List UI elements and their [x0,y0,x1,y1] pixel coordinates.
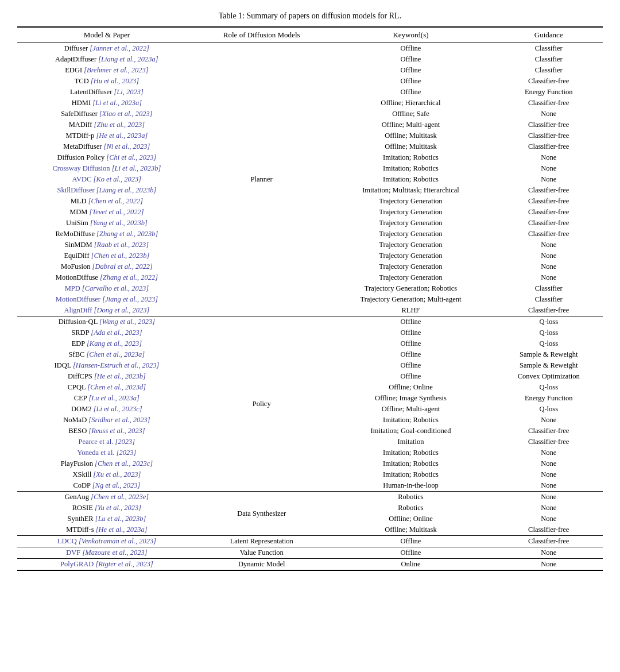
guidance-cell: None [494,547,603,559]
model-cell: DiffCPS [He et al., 2023b] [17,371,196,382]
model-cell: BESO [Reuss et al., 2023] [17,426,196,437]
keywords-cell: Offline [327,371,495,382]
guidance-cell: None [494,109,603,119]
keywords-cell: Offline [327,360,495,371]
model-cell: HDMI [Li et al., 2023a] [17,98,196,109]
model-cell: AdaptDiffuser [Liang et al., 2023a] [17,54,196,65]
keywords-cell: Imitation; Robotics [327,174,495,185]
model-cell: EDP [Kang et al., 2023] [17,338,196,349]
guidance-cell: Q-loss [494,327,603,338]
model-cell: IDQL [Hansen-Estruch et al., 2023] [17,360,196,371]
model-cell: MotionDiffuser [Jiang et al., 2023] [17,294,196,305]
guidance-cell: None [494,513,603,524]
model-cell: AlignDiff [Dong et al., 2023] [17,305,196,316]
guidance-cell: None [494,163,603,174]
keywords-cell: Imitation; Goal-conditioned [327,426,495,437]
model-cell: SfBC [Chen et al., 2023a] [17,349,196,360]
guidance-cell: None [494,152,603,163]
model-cell: Diffusion Policy [Chi et al., 2023] [17,152,196,163]
guidance-cell: None [494,458,603,469]
guidance-cell: Classifier-free [494,196,603,207]
guidance-cell: None [494,469,603,480]
model-cell: Crossway Diffusion [Li et al., 2023b] [17,163,196,174]
guidance-cell: None [494,240,603,250]
model-cell: MTDiff-s [He et al., 2023a] [17,524,196,536]
guidance-cell: None [494,272,603,283]
guidance-cell: Classifier-free [494,207,603,218]
guidance-cell: Classifier-free [494,130,603,141]
model-cell: MDM [Tevet et al., 2022] [17,207,196,218]
model-cell: AVDC [Ko et al., 2023] [17,174,196,185]
keywords-cell: Offline; Multitask [327,524,495,536]
guidance-cell: Classifier [494,65,603,76]
keywords-cell: Offline; Multi-agent [327,404,495,415]
keywords-cell: Offline; Online [327,513,495,524]
role-cell: Latent Representation [196,536,327,547]
model-cell: EDGI [Brehmer et al., 2023] [17,65,196,76]
keywords-cell: Offline [327,76,495,87]
table-row: Diffuser [Janner et al., 2022]PlannerOff… [17,43,603,55]
keywords-cell: Trajectory Generation; Multi-agent [327,294,495,305]
guidance-cell: None [494,559,603,571]
role-cell: Data Synthesizer [196,492,327,536]
guidance-cell: Sample & Reweight [494,360,603,371]
col-header-role: Role of Diffusion Models [196,27,327,43]
model-cell: CPQL [Chen et al., 2023d] [17,382,196,393]
guidance-cell: Q-loss [494,338,603,349]
guidance-cell: Classifier-free [494,76,603,87]
model-cell: Diffusion-QL [Wang et al., 2023] [17,316,196,328]
model-cell: TCD [Hu et al., 2023] [17,76,196,87]
keywords-cell: Offline; Image Synthesis [327,393,495,404]
guidance-cell: Energy Function [494,393,603,404]
table-row: Diffusion-QL [Wang et al., 2023]PolicyOf… [17,316,603,328]
keywords-cell: Trajectory Generation [327,218,495,229]
model-cell: DOM2 [Li et al., 2023c] [17,404,196,415]
model-cell: Yoneda et al. [2023] [17,447,196,458]
guidance-cell: None [494,503,603,513]
keywords-cell: Human-in-the-loop [327,480,495,492]
model-cell: ReMoDiffuse [Zhang et al., 2023b] [17,229,196,240]
table-row: DVF [Mazoure et al., 2023]Value Function… [17,547,603,559]
model-cell: GenAug [Chen et al., 2023e] [17,492,196,503]
keywords-cell: Offline; Multitask [327,130,495,141]
table-row: PolyGRAD [Rigter et al., 2023]Dynamic Mo… [17,559,603,571]
guidance-cell: Classifier-free [494,229,603,240]
model-cell: MetaDiffuser [Ni et al., 2023] [17,141,196,152]
model-cell: LatentDiffuser [Li, 2023] [17,87,196,98]
col-header-guidance: Guidance [494,27,603,43]
model-cell: LDCQ [Venkatraman et al., 2023] [17,536,196,547]
guidance-cell: Classifier-free [494,536,603,547]
keywords-cell: Imitation; Robotics [327,447,495,458]
keywords-cell: Offline; Online [327,382,495,393]
model-cell: SinMDM [Raab et al., 2023] [17,240,196,250]
guidance-cell: Classifier-free [494,119,603,130]
keywords-cell: Imitation; Robotics [327,458,495,469]
role-cell: Value Function [196,547,327,559]
model-cell: SafeDiffuser [Xiao et al., 2023] [17,109,196,119]
keywords-cell: Offline; Hierarchical [327,98,495,109]
role-cell: Policy [196,316,327,492]
role-cell: Planner [196,43,327,316]
model-cell: Diffuser [Janner et al., 2022] [17,43,196,55]
keywords-cell: Offline; Safe [327,109,495,119]
guidance-cell: Classifier-free [494,437,603,447]
model-cell: MotionDiffuse [Zhang et al., 2022] [17,272,196,283]
keywords-cell: Trajectory Generation [327,196,495,207]
keywords-cell: Imitation; Multitask; Hierarchical [327,185,495,196]
keywords-cell: Imitation; Robotics [327,152,495,163]
keywords-cell: Trajectory Generation [327,272,495,283]
model-cell: MoFusion [Dabral et al., 2022] [17,261,196,272]
keywords-cell: Offline [327,349,495,360]
model-cell: Pearce et al. [2023] [17,437,196,447]
keywords-cell: Offline [327,547,495,559]
keywords-cell: Robotics [327,492,495,503]
guidance-cell: Classifier-free [494,185,603,196]
guidance-cell: Classifier [494,43,603,55]
model-cell: EquiDiff [Chen et al., 2023b] [17,250,196,261]
keywords-cell: Offline; Multitask [327,141,495,152]
model-cell: PlayFusion [Chen et al., 2023c] [17,458,196,469]
keywords-cell: Offline [327,536,495,547]
keywords-cell: Offline [327,316,495,328]
model-cell: CoDP [Ng et al., 2023] [17,480,196,492]
guidance-cell: Classifier-free [494,98,603,109]
